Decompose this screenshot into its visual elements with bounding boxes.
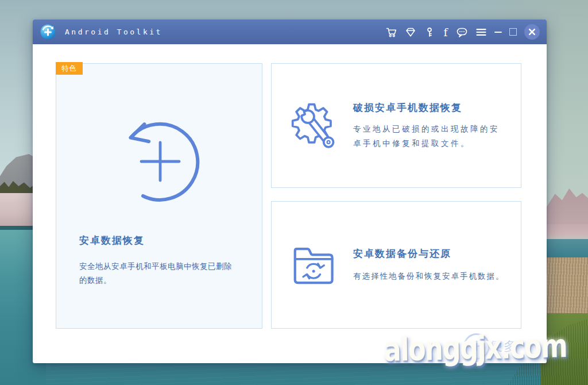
card-description: 专业地从已破损的或出现故障的安卓手机中修复和提取文件。 [353,122,501,149]
key-icon[interactable] [424,26,435,38]
minimize-button[interactable] [494,32,502,33]
gem-icon[interactable] [405,26,416,38]
card-description: 安全地从安卓手机和平板电脑中恢复已删除的数据。 [79,259,237,287]
folder-sync-icon [291,242,337,287]
facebook-icon[interactable]: f [443,26,448,38]
feedback-chat-icon[interactable] [456,26,468,38]
app-window: Android Toolkit f [33,20,547,363]
restore-arrow-plus-icon [109,110,212,213]
wallpaper-water-right [541,239,588,259]
titlebar[interactable]: Android Toolkit f [33,20,547,44]
wallpaper-reeds-right [541,257,588,315]
window-title: Android Toolkit [65,28,386,36]
featured-badge: 特色 [56,62,83,75]
titlebar-actions: f [386,24,540,40]
maximize-icon [509,28,517,36]
card-title: 破损安卓手机数据恢复 [353,101,501,114]
close-icon [524,24,540,40]
gear-wrench-icon [288,99,341,152]
cart-icon[interactable] [386,26,397,38]
card-text-block: 破损安卓手机数据恢复 专业地从已破损的或出现故障的安卓手机中修复和提取文件。 [353,101,501,149]
menu-icon[interactable] [475,26,487,38]
close-button[interactable] [524,24,540,40]
maximize-button[interactable] [509,28,517,36]
card-text-block: 安卓数据备份与还原 有选择性地备份和恢复安卓手机数据。 [353,247,521,283]
app-logo-icon [40,24,56,40]
minimize-icon [494,32,502,33]
card-title: 安卓数据备份与还原 [353,247,521,260]
card-description: 有选择性地备份和恢复安卓手机数据。 [353,269,521,283]
card-backup-restore[interactable]: 安卓数据备份与还原 有选择性地备份和恢复安卓手机数据。 [271,201,521,329]
card-title: 安卓数据恢复 [79,234,145,247]
card-broken-android-recovery[interactable]: 破损安卓手机数据恢复 专业地从已破损的或出现故障的安卓手机中修复和提取文件。 [271,63,521,188]
card-android-data-recovery[interactable]: 特色 安卓数据恢复 安全地从安卓手机和平板电脑中恢复已删除的数据。 [56,63,262,329]
